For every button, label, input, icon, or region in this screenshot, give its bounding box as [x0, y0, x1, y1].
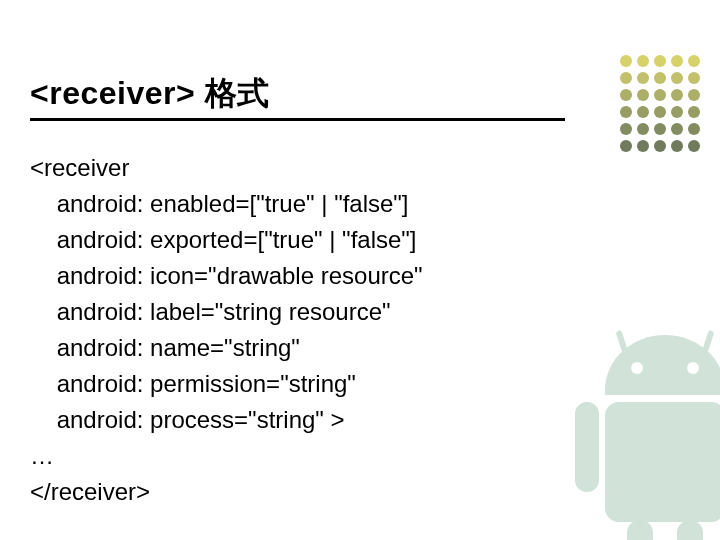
code-line: android: name="string" [30, 330, 423, 366]
slide-title: <receiver> 格式 [30, 72, 570, 116]
svg-point-2 [631, 362, 643, 374]
svg-rect-8 [677, 520, 703, 540]
code-line: … [30, 438, 423, 474]
code-line: android: enabled=["true" | "false"] [30, 186, 423, 222]
svg-rect-5 [575, 402, 599, 492]
code-line: android: permission="string" [30, 366, 423, 402]
decorative-dot-grid [620, 55, 702, 154]
android-robot-icon [535, 320, 720, 540]
title-underline [30, 118, 565, 121]
svg-rect-7 [627, 520, 653, 540]
code-line: android: exported=["true" | "false"] [30, 222, 423, 258]
code-block: <receiver android: enabled=["true" | "fa… [30, 150, 423, 510]
svg-point-3 [687, 362, 699, 374]
code-line: android: icon="drawable resource" [30, 258, 423, 294]
code-line: android: process="string" > [30, 402, 423, 438]
code-line: android: label="string resource" [30, 294, 423, 330]
svg-rect-4 [605, 402, 720, 522]
code-line: <receiver [30, 150, 423, 186]
code-line: </receiver> [30, 474, 423, 510]
